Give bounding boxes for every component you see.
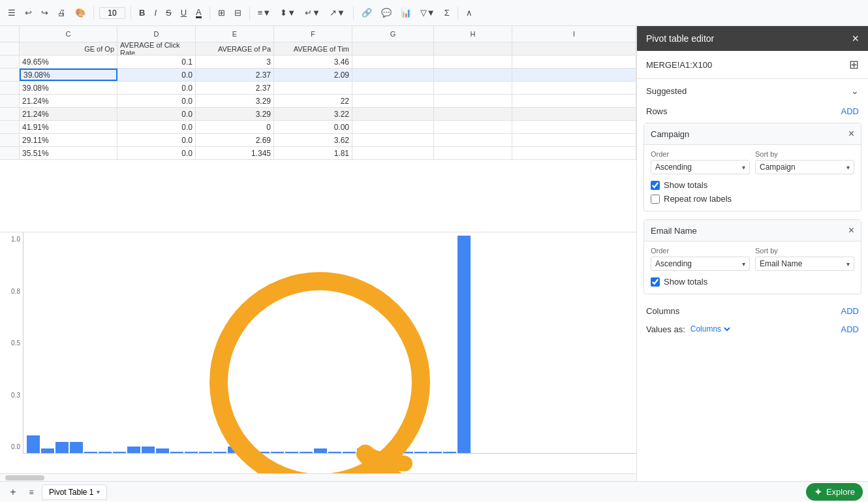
- email-show-totals-checkbox[interactable]: [651, 277, 660, 287]
- col-header-I[interactable]: I: [512, 26, 636, 42]
- cell-i8[interactable]: [512, 147, 636, 159]
- pivot-close-button[interactable]: ×: [852, 33, 859, 44]
- cell-h8[interactable]: [434, 147, 512, 159]
- cell-e4[interactable]: 3.29: [196, 95, 274, 107]
- menu-button[interactable]: ☰: [5, 7, 18, 19]
- align-button[interactable]: ≡▼: [255, 7, 273, 19]
- cell-i3[interactable]: [512, 82, 636, 94]
- cell-header-c[interactable]: GE of Op: [20, 42, 117, 55]
- cell-g5[interactable]: [352, 108, 434, 120]
- pivot-table-1-tab[interactable]: Pivot Table 1 ▾: [42, 484, 107, 500]
- wrap-button[interactable]: ↵▼: [302, 7, 323, 19]
- cell-f8[interactable]: 1.81: [274, 147, 352, 159]
- col-header-F[interactable]: F: [274, 26, 352, 42]
- cell-e3[interactable]: 2.37: [196, 82, 274, 94]
- comment-button[interactable]: 💬: [379, 7, 394, 19]
- col-header-D[interactable]: D: [117, 26, 196, 42]
- cell-f3[interactable]: [274, 82, 352, 94]
- cell-c7[interactable]: 29.11%: [20, 134, 117, 146]
- cell-i4[interactable]: [512, 95, 636, 107]
- scroll-thumb-h[interactable]: [5, 475, 44, 480]
- paint-format-button[interactable]: 🎨: [72, 7, 88, 19]
- email-order-select[interactable]: Ascending Descending: [655, 259, 741, 268]
- redo-button[interactable]: ↪: [39, 7, 51, 19]
- cell-g4[interactable]: [352, 95, 434, 107]
- merge-button[interactable]: ⊟: [232, 7, 244, 19]
- cell-f7[interactable]: 3.62: [274, 134, 352, 146]
- campaign-sortby-select-wrap[interactable]: Campaign ▾: [755, 160, 854, 174]
- pivot-range-text[interactable]: MERGE!A1:X100: [646, 60, 712, 70]
- email-sortby-select-wrap[interactable]: Email Name ▾: [755, 257, 854, 271]
- cell-e8[interactable]: 1.345: [196, 147, 274, 159]
- cell-c8[interactable]: 35.51%: [20, 147, 117, 159]
- cell-c1[interactable]: 49.65%: [20, 55, 117, 68]
- cell-c6[interactable]: 41.91%: [20, 121, 117, 133]
- italic-button[interactable]: I: [151, 7, 159, 19]
- col-header-E[interactable]: E: [196, 26, 274, 42]
- cell-h2[interactable]: [434, 69, 512, 81]
- cell-g3[interactable]: [352, 82, 434, 94]
- campaign-sortby-select[interactable]: Campaign: [760, 163, 845, 172]
- rotate-button[interactable]: ↗▼: [327, 7, 348, 19]
- campaign-close-button[interactable]: ×: [848, 129, 854, 139]
- filter-button[interactable]: ▽▼: [418, 7, 438, 19]
- cell-h5[interactable]: [434, 108, 512, 120]
- cell-header-e[interactable]: AVERAGE of Pa: [196, 42, 274, 55]
- cell-c3[interactable]: 39.08%: [20, 82, 117, 94]
- cell-h6[interactable]: [434, 121, 512, 133]
- cell-g1[interactable]: [352, 55, 434, 68]
- email-order-select-wrap[interactable]: Ascending Descending ▾: [651, 257, 750, 271]
- email-sortby-select[interactable]: Email Name: [760, 259, 845, 268]
- borders-button[interactable]: ⊞: [215, 7, 228, 19]
- print-button[interactable]: 🖨: [55, 7, 69, 19]
- cell-header-d[interactable]: AVERAGE of Click Rate: [117, 42, 196, 55]
- cell-e1[interactable]: 3: [196, 55, 274, 68]
- cell-i6[interactable]: [512, 121, 636, 133]
- cell-d3[interactable]: 0.0: [117, 82, 196, 94]
- cell-e7[interactable]: 2.69: [196, 134, 274, 146]
- cell-f4[interactable]: 22: [274, 95, 352, 107]
- col-header-C[interactable]: C: [20, 26, 117, 42]
- cell-f1[interactable]: 3.46: [274, 55, 352, 68]
- chart-button[interactable]: 📊: [398, 7, 414, 19]
- cell-h1[interactable]: [434, 55, 512, 68]
- cell-f6[interactable]: 0.00: [274, 121, 352, 133]
- cell-f2[interactable]: 2.09: [274, 69, 352, 81]
- col-header-H[interactable]: H: [434, 26, 512, 42]
- cell-header-i[interactable]: [512, 42, 636, 55]
- cell-g8[interactable]: [352, 147, 434, 159]
- all-sheets-button[interactable]: ≡: [23, 484, 39, 500]
- cell-h7[interactable]: [434, 134, 512, 146]
- cell-c2[interactable]: 39.08%: [20, 69, 117, 81]
- cell-g6[interactable]: [352, 121, 434, 133]
- values-select[interactable]: Columns Rows: [688, 324, 732, 334]
- cell-d6[interactable]: 0.0: [117, 121, 196, 133]
- text-color-button[interactable]: A: [193, 7, 204, 20]
- explore-button[interactable]: ✦ Explore: [806, 483, 863, 501]
- cell-d1[interactable]: 0.1: [117, 55, 196, 68]
- horizontal-scrollbar[interactable]: [0, 473, 636, 481]
- link-button[interactable]: 🔗: [359, 7, 375, 19]
- cell-d5[interactable]: 0.0: [117, 108, 196, 120]
- col-header-G[interactable]: G: [352, 26, 434, 42]
- cell-header-f[interactable]: AVERAGE of Tim: [274, 42, 352, 55]
- underline-button[interactable]: U: [178, 7, 189, 19]
- campaign-order-select[interactable]: Ascending Descending: [655, 163, 741, 172]
- cell-d2[interactable]: 0.0: [117, 69, 196, 81]
- suggested-chevron-icon[interactable]: ⌄: [851, 86, 859, 96]
- cell-i1[interactable]: [512, 55, 636, 68]
- cell-c5[interactable]: 21.24%: [20, 108, 117, 120]
- cell-d8[interactable]: 0.0: [117, 147, 196, 159]
- values-add-button[interactable]: ADD: [841, 324, 859, 334]
- bold-button[interactable]: B: [136, 7, 147, 19]
- font-size-box[interactable]: 10: [99, 7, 125, 19]
- cell-header-h[interactable]: [434, 42, 512, 55]
- sum-button[interactable]: Σ: [442, 7, 452, 19]
- cell-g2[interactable]: [352, 69, 434, 81]
- cell-g7[interactable]: [352, 134, 434, 146]
- email-name-close-button[interactable]: ×: [848, 225, 854, 236]
- cell-i7[interactable]: [512, 134, 636, 146]
- cell-i2[interactable]: [512, 69, 636, 81]
- campaign-order-select-wrap[interactable]: Ascending Descending ▾: [651, 160, 750, 174]
- cell-d7[interactable]: 0.0: [117, 134, 196, 146]
